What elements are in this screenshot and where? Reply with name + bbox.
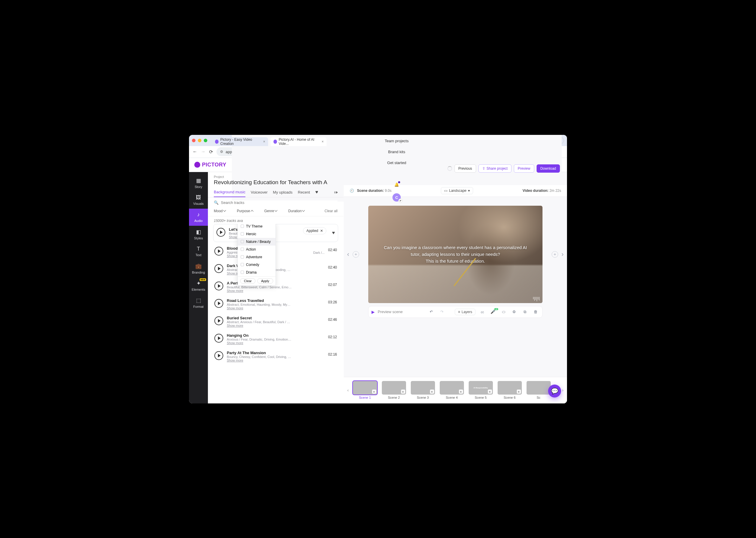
previous-button[interactable]: Previous [454,172,476,173]
track-duration: 02:12 [328,333,337,339]
filter-duration[interactable]: Duration [288,209,305,213]
next-scene-arrow-icon[interactable]: › [559,249,566,259]
browser-tab-active[interactable]: Pictory.AI - Home of AI Vide... × [270,137,326,146]
play-icon[interactable] [214,316,223,325]
preview-button[interactable]: Preview [514,172,534,173]
scene-thumb[interactable]: ≡Scene 5 [468,381,494,399]
dropdown-option[interactable]: Drama [238,269,275,276]
checkbox-icon [241,263,244,266]
download-button[interactable]: Download [537,172,560,173]
checkbox-icon [241,247,244,251]
play-icon[interactable] [214,247,223,255]
volume-icon[interactable]: 🕪 [334,190,337,194]
filter-purpose[interactable]: Purpose [237,209,254,213]
rail-format[interactable]: ⬚Format [189,294,208,311]
filter-row: Mood Purpose Genre Duration Clear all [208,208,343,216]
close-window-icon[interactable] [192,139,196,142]
stack-icon: ≡ [459,390,463,394]
dropdown-clear-button[interactable]: Clear [240,278,256,284]
dropdown-option[interactable]: TV Theme [238,224,275,230]
show-more-link[interactable]: Show more [227,358,324,362]
track-row: Party At The MansionBouncy, Cheesy, Conf… [213,348,338,365]
minimize-window-icon[interactable] [198,139,202,142]
back-icon[interactable]: ← [193,149,197,154]
play-icon[interactable] [214,334,223,343]
maximize-window-icon[interactable] [204,139,207,142]
tab-background-music[interactable]: Background music [214,188,245,197]
add-scene-before-button[interactable]: ＋ [353,251,359,258]
scroll-left-icon[interactable]: ‹ [347,388,349,393]
notifications-icon[interactable]: 🔔 [394,183,399,187]
close-tab-icon[interactable]: × [321,139,324,144]
caption-overlay[interactable]: Can you imagine a classroom where every … [368,206,543,303]
rail-audio[interactable]: ♪Audio [189,209,208,226]
show-more-link[interactable]: Show more [227,341,324,345]
forward-icon[interactable]: → [201,149,205,154]
favorite-icon[interactable]: ♥ [332,230,335,236]
play-icon[interactable] [214,264,223,273]
team-projects-link[interactable]: Team projects [385,139,409,143]
scene-thumb[interactable]: ≡Scene 4 [439,381,465,399]
reload-icon[interactable]: ⟳ [209,149,213,155]
scene-duration-value: 9.0s [385,188,391,193]
search-input[interactable] [221,200,337,205]
rail-styles[interactable]: ◧Styles [189,226,208,243]
rail-elements[interactable]: NEW✦Elements [189,277,208,294]
pictory-logo[interactable]: PICTORY [194,162,226,168]
rail-label: Styles [194,237,203,240]
scroll-right-icon[interactable]: › [562,388,563,393]
dropdown-option[interactable]: Nature / Beauty [238,238,275,245]
close-tab-icon[interactable]: × [263,139,265,144]
dropdown-apply-button[interactable]: Apply [257,278,273,284]
orientation-select[interactable]: ▭ Landscape ▾ [441,187,473,194]
tab-recent[interactable]: Recent [298,188,310,197]
chevron-up-icon [251,209,254,212]
rail-text[interactable]: TText [189,243,208,260]
landscape-icon: ▭ [444,188,447,193]
scene-canvas[interactable]: Can you imagine a classroom where every … [368,206,543,303]
prev-scene-arrow-icon[interactable]: ‹ [345,249,351,259]
rail-branding[interactable]: 💼Branding [189,260,208,277]
scene-thumb[interactable]: ≡Scene 2 [381,381,407,399]
play-icon[interactable] [214,351,223,360]
dropdown-option[interactable]: Action [238,245,275,253]
dropdown-option[interactable]: Adventure [238,253,275,261]
scene-thumb[interactable]: ≡Scene 3 [410,381,436,399]
play-icon[interactable] [214,282,223,291]
project-title[interactable]: Revolutionizing Education for Teachers w… [214,179,337,186]
filter-mood[interactable]: Mood [214,209,226,213]
intercom-chat-button[interactable]: 💬 [548,385,561,398]
show-more-link[interactable]: Show more [227,324,324,327]
brand-kits-link[interactable]: Brand kits [388,150,405,154]
get-started-link[interactable]: Get started [387,161,406,165]
browser-tab[interactable]: Pictory - Easy Video Creation × [212,137,268,146]
share-project-button[interactable]: ⇧Share project [478,172,511,173]
scene-thumb[interactable]: Sc [526,381,552,399]
option-label: Comedy [246,263,259,267]
chevron-down-icon [302,209,305,212]
tab-voiceover[interactable]: Voiceover [251,188,267,197]
play-icon[interactable] [216,228,225,237]
filter-genre[interactable]: Genre [264,209,278,213]
add-scene-after-button[interactable]: ＋ [552,251,558,258]
site-info-icon[interactable]: ⚙ [220,150,223,154]
track-list[interactable]: TV Theme Heroic Nature / Beauty Action A… [208,224,343,404]
scene-thumb[interactable]: ≡Scene 1 [352,381,378,399]
rail-visuals[interactable]: 🖼Visuals [189,191,208,209]
rail-label: Elements [192,288,205,291]
show-more-link[interactable]: Show more [227,289,324,293]
show-more-link[interactable]: Show more [227,306,324,310]
voiceover-icon[interactable]: 🎤AI [489,309,497,314]
scene-thumb[interactable]: ≡Scene 6 [497,381,522,399]
dropdown-option[interactable]: Comedy [238,261,275,269]
tab-my-uploads[interactable]: My uploads [273,188,292,197]
play-icon[interactable] [214,299,223,308]
track-count: 15000+ tracks ava [208,216,343,224]
clear-all-button[interactable]: Clear all [324,209,337,213]
favorites-icon[interactable]: ♥ [316,189,319,195]
applied-chip[interactable]: Applied✕ [303,227,326,234]
rail-story[interactable]: ▦Story [189,174,208,191]
stack-icon: ≡ [372,390,376,394]
dropdown-option[interactable]: Heroic [238,230,275,238]
close-icon[interactable]: ✕ [320,229,323,233]
